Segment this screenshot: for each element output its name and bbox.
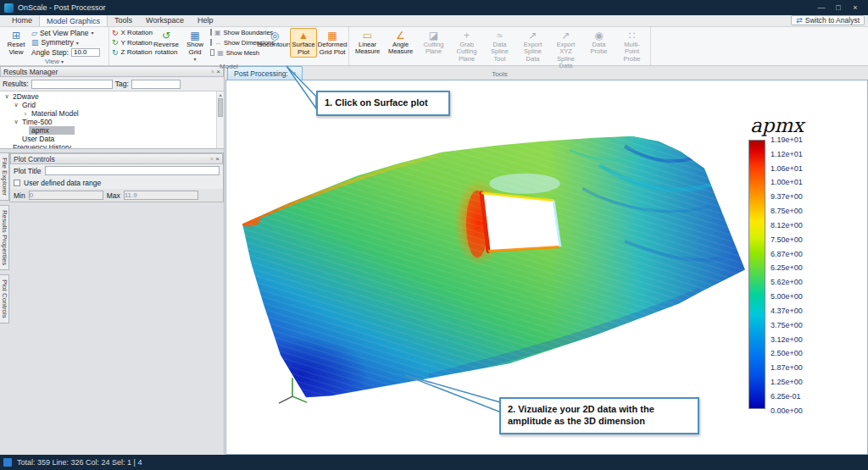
legend-tick-label: 1.00e+01 [771, 178, 803, 186]
tree-caret-closed-icon[interactable]: › [22, 111, 29, 117]
scrollbar-thumb[interactable] [218, 98, 223, 117]
show-boundaries-toggle[interactable]: ▣ Show Boundaries [210, 28, 259, 36]
show-boundaries-checkbox[interactable] [210, 29, 212, 36]
multi-point-probe-button[interactable]: ∷ Multi-Point Probe [616, 28, 648, 64]
plot-canvas[interactable]: apmx 1.19e+011.12e+011.06e+011.00e+019.3… [225, 80, 868, 455]
menu-tab-model-graphics[interactable]: Model Graphics [39, 14, 108, 26]
dimensions-icon: ↔ [214, 39, 221, 47]
caret-down-icon: ▾ [91, 30, 93, 36]
show-mesh-toggle[interactable]: ▦ Show Mesh [210, 48, 259, 57]
caret-down-icon: ▾ [76, 40, 79, 46]
legend-tick-label: 8.12e+00 [771, 221, 803, 229]
tab-close-icon[interactable]: × [292, 69, 297, 77]
tree-item-apmx[interactable]: apmx [0, 126, 224, 135]
show-mesh-label: Show Mesh [226, 49, 259, 57]
reverse-rotation-icon: ↺ [162, 30, 170, 41]
menu-tab-workspace[interactable]: Workspace [139, 14, 191, 26]
legend-title: apmx [750, 114, 863, 136]
max-input[interactable] [124, 191, 198, 200]
surface-plot-icon: ▲ [298, 30, 309, 41]
results-tree-scrollbar[interactable]: ▴ [216, 91, 224, 148]
tree-item-grid[interactable]: ∨Grid [0, 101, 224, 109]
reverse-rotation-button[interactable]: ↺ Reverse rotation [153, 28, 180, 58]
tree-item-label: User Data [19, 135, 57, 143]
tree-item-time-500[interactable]: ∨Time-500 [0, 118, 224, 126]
isocontours-button[interactable]: ◎ Isocontours [261, 28, 288, 57]
y-rotation-button[interactable]: ↻ Y Rotation [112, 38, 151, 47]
side-tab-results-properties[interactable]: Results Properties [0, 205, 9, 270]
show-grid-button[interactable]: ▦ Show Grid ▾ [181, 28, 209, 63]
callout-visualize-2d: 2. Vizualize your 2D data with the ampli… [499, 397, 699, 434]
export-xyz-spline-data-button[interactable]: ↗ Export XYZ Spline Data [550, 28, 581, 70]
maximize-icon[interactable]: □ [830, 1, 847, 14]
scroll-up-icon[interactable]: ▴ [219, 92, 221, 97]
cutting-plane-button[interactable]: ◪ Cutting Plane [418, 28, 449, 57]
tree-caret-open-icon[interactable]: ∨ [13, 119, 19, 125]
menu-tab-home[interactable]: Home [5, 14, 39, 26]
legend-tick-label: 3.75e+00 [771, 321, 803, 329]
linear-measure-button[interactable]: ▭ Linear Measure [352, 28, 383, 57]
tree-item-2dwave[interactable]: ∨2Dwave [0, 92, 224, 101]
switch-to-analyst-button[interactable]: ⇄ Switch to Analyst [791, 15, 865, 25]
x-rotation-button[interactable]: ↻ X Rotation [112, 28, 151, 37]
legend-colorbar [748, 140, 765, 409]
legend-tick-label: 1.25e+00 [771, 378, 803, 386]
export-xyz-spline-data-label: Export XYZ Spline Data [551, 41, 581, 69]
show-mesh-checkbox[interactable] [210, 49, 214, 56]
float-panel-icon[interactable]: ▫ [210, 155, 213, 163]
legend-tick-label: 4.37e+00 [771, 307, 803, 315]
tag-filter-input[interactable] [131, 80, 181, 89]
window-title: OnScale - Post Processor [18, 3, 106, 12]
tree-caret-open-icon[interactable]: ∨ [13, 102, 19, 108]
legend-tick-label: 6.25e-01 [771, 392, 803, 401]
tree-caret-open-icon[interactable]: ∨ [3, 93, 10, 100]
show-dimensions-checkbox[interactable] [210, 39, 212, 46]
menu-tab-tools[interactable]: Tools [108, 14, 139, 26]
tree-item-label: Grid [19, 101, 38, 109]
symmetry-button[interactable]: ▥ Symmetry ▾ [31, 38, 106, 47]
plot-controls-title: Plot Controls [14, 155, 55, 163]
angle-step-input[interactable] [71, 48, 100, 57]
tree-item-user-data[interactable]: User Data [0, 135, 224, 143]
linear-measure-icon: ▭ [363, 30, 372, 41]
user-defined-range-checkbox[interactable] [14, 180, 20, 186]
app-logo-icon [4, 3, 14, 13]
min-input[interactable] [29, 191, 103, 200]
status-icon [3, 458, 12, 467]
tree-item-material-model[interactable]: ›Material Model [0, 109, 224, 118]
results-filter-input[interactable] [31, 80, 113, 89]
grab-cutting-plane-button[interactable]: + Grab Cutting Plane [451, 28, 482, 64]
close-icon[interactable]: × [847, 1, 864, 14]
side-tab-file-explorer[interactable]: File Explorer [0, 152, 9, 201]
data-probe-icon: ◉ [594, 30, 603, 41]
export-spline-data-button[interactable]: ↗ Export Spline Data [517, 28, 548, 64]
caret-down-icon: ▾ [193, 57, 196, 63]
grab-cutting-plane-icon: + [464, 30, 470, 41]
plot-title-input[interactable] [45, 166, 220, 175]
legend-tick-label: 3.12e+00 [771, 335, 803, 344]
switch-analyst-icon: ⇄ [796, 16, 803, 25]
tree-item-frequency-history[interactable]: Frequency History [0, 143, 224, 149]
status-bar: Total: 359 Line: 326 Col: 24 Sel: 1 | 4 [0, 455, 868, 470]
side-tab-plot-controls[interactable]: Plot Controls [0, 274, 9, 323]
minimize-icon[interactable]: — [813, 1, 830, 14]
close-panel-icon[interactable]: × [215, 155, 220, 163]
tree-item-label: 2Dwave [10, 92, 42, 101]
reset-view-button[interactable]: ⊞ Reset View [3, 28, 30, 58]
data-probe-button[interactable]: ◉ Data Probe [583, 28, 615, 57]
menu-tabs: HomeModel GraphicsToolsWorkspaceHelp [5, 14, 220, 26]
symmetry-label: Symmetry [42, 38, 74, 47]
data-probe-label: Data Probe [584, 41, 614, 56]
reset-view-icon: ⊞ [12, 30, 20, 41]
angle-measure-button[interactable]: ∠ Angle Measure [385, 28, 416, 57]
menu-tab-help[interactable]: Help [191, 14, 220, 26]
z-rotation-button[interactable]: ↻ Z Rotation [112, 47, 151, 57]
set-view-plane-button[interactable]: ▱ Set View Plane ▾ [31, 28, 106, 37]
deformed-grid-plot-button[interactable]: ▦ Deformed Grid Plot [319, 28, 346, 58]
surface-plot-button[interactable]: ▲ Surface Plot [290, 28, 317, 58]
legend-tick-label: 0.00e+00 [771, 406, 803, 415]
show-dimensions-toggle[interactable]: ↔ Show Dimensions [210, 38, 259, 47]
legend-tick-label: 6.87e+00 [771, 250, 803, 258]
data-spline-tool-button[interactable]: ≈ Data Spline Tool [484, 28, 515, 64]
tree-item-label: Time-500 [19, 118, 55, 126]
